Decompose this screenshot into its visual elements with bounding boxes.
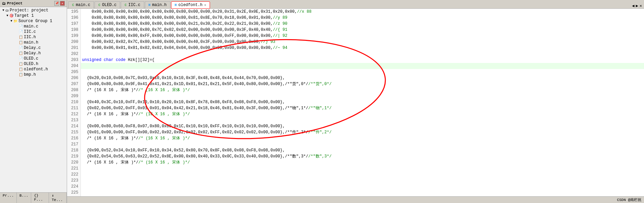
tree-file-OLED_c[interactable]: 📄OLED.c — [0, 56, 67, 61]
tree-area: ▼ 🗂 Project: project ▼ 🎯 Target 1 ▼ 📁 So… — [0, 7, 67, 192]
table-row: 222 — [67, 172, 644, 178]
line-code[interactable]: {0x20,0x10,0x08,0x7C,0x03,0x10,0x10,0x10… — [80, 75, 644, 81]
tree-file-oledfont_h[interactable]: 📋oledfont.h — [0, 67, 67, 72]
project-close-btn[interactable]: ✕ — [60, 1, 65, 6]
tab-oledfont_h[interactable]: Holedfont.h✕ — [171, 1, 210, 9]
line-code[interactable] — [80, 196, 644, 196]
line-number: 218 — [67, 147, 80, 153]
table-row: 217 — [67, 141, 644, 147]
line-code[interactable] — [80, 69, 644, 75]
project-name: Project: project — [10, 8, 48, 13]
code-area[interactable]: 195 0x00,0x80,0x00,0x80,0x00,0x80,0x80,0… — [67, 9, 644, 196]
tab-label: main.c — [76, 3, 90, 7]
table-row: 199 0x00,0x00,0x00,0x00,0xFF,0x00,0x00,0… — [67, 33, 644, 39]
file-name: Delay.c — [24, 46, 41, 50]
file-name: IIC.c — [24, 29, 36, 34]
line-code[interactable] — [80, 184, 644, 190]
tree-file-IIC_c[interactable]: 📄IIC.c — [0, 29, 67, 35]
main-container: 🗂 Project 📌 ✕ ▼ 🗂 Project: project ▼ 🎯 T… — [0, 0, 644, 203]
line-code[interactable]: {0x00,0x80,0x80,0x9F,0x41,0x41,0x21,0x1D… — [80, 81, 644, 87]
tree-target[interactable]: ▼ 🎯 Target 1 — [0, 13, 67, 18]
table-row: 210 {0x40,0x3C,0x10,0xFF,0x10,0x10,0x20,… — [67, 99, 644, 105]
line-code[interactable] — [80, 165, 644, 172]
line-code[interactable] — [80, 51, 644, 57]
line-code[interactable]: 0x00,0x00,0x00,0x00,0xFF,0x00,0x00,0x00,… — [80, 33, 644, 39]
line-code[interactable]: {0x90,0x52,0x34,0x10,0xFF,0x10,0x34,0x52… — [80, 147, 644, 153]
tree-file-main_c[interactable]: 📄main.c — [0, 24, 67, 29]
tree-source-group[interactable]: ▼ 📁 Source Group 1 — [0, 18, 67, 24]
tab-close-all[interactable]: ✕ — [640, 3, 642, 8]
tab-file-icon: C — [98, 3, 100, 7]
tab-main_h[interactable]: Hmain.h — [145, 1, 170, 8]
line-code[interactable]: /* (16 X 16 , 宋体 )*//* (16 X 16 , 宋体 )*/ — [80, 135, 644, 141]
tab-scroll-right[interactable]: ▶ — [636, 3, 638, 8]
line-code[interactable]: unsigned char code Hzk[][32]={ — [80, 57, 644, 63]
table-row: 206 {0x20,0x10,0x08,0x7C,0x03,0x10,0x10,… — [67, 75, 644, 81]
line-code[interactable]: /* (16 X 16 , 宋体 )*//* (16 X 16 , 宋体 )*/ — [80, 159, 644, 165]
tree-file-bmp_h[interactable]: 📋bmp.h — [0, 72, 67, 77]
right-panel: Cmain.cCOLED.cCIIC.cHmain.hHoledfont.h✕ … — [67, 0, 644, 203]
table-row: 226 — [67, 196, 644, 196]
table-row: 211 {0x02,0x06,0x02,0xFF,0x01,0x01,0x04,… — [67, 105, 644, 111]
line-code[interactable] — [80, 117, 644, 123]
tab-file-icon: C — [124, 3, 126, 7]
line-code[interactable] — [80, 190, 644, 196]
line-number: 215 — [67, 129, 80, 135]
project-pin-btn[interactable]: 📌 — [54, 1, 59, 6]
bottom-tab-books[interactable]: B... — [17, 193, 31, 203]
table-row: 202 — [67, 51, 644, 57]
tree-file-OLED_h[interactable]: 📋OLED.h — [0, 61, 67, 67]
tree-file-main_h[interactable]: 📋main.h — [0, 40, 67, 45]
line-code[interactable]: 0x80,0x80,0x80,0x80,0x00,0x80,0x80,0x80,… — [80, 15, 644, 21]
line-code[interactable] — [80, 141, 644, 147]
line-number: 204 — [67, 63, 80, 69]
line-number: 202 — [67, 51, 80, 57]
line-code[interactable]: {0x01,0x00,0x00,0xFF,0x00,0x02,0x02,0x02… — [80, 129, 644, 135]
file-name: main.c — [24, 24, 38, 29]
tab-iic_c[interactable]: CIIC.c — [121, 1, 144, 8]
bottom-tab-project[interactable]: Pr... — [0, 193, 17, 203]
expand-icon-source: ▼ — [9, 19, 13, 23]
tree-file-Delay_h[interactable]: 📋Delay.h — [0, 51, 67, 56]
code-wrapper: 195 0x00,0x80,0x00,0x80,0x00,0x80,0x80,0… — [67, 9, 644, 196]
expand-icon: ▼ — [1, 9, 5, 12]
line-code[interactable]: 0x00,0x06,0x01,0x01,0x02,0x02,0x04,0x04,… — [80, 45, 644, 51]
file-icon: 📋 — [19, 62, 23, 66]
tree-project[interactable]: ▼ 🗂 Project: project — [0, 8, 67, 13]
line-code[interactable] — [80, 178, 644, 184]
line-code[interactable]: 0x00,0x02,0x02,0x7C,0x80,0x00,0x00,0x00,… — [80, 39, 644, 45]
table-row: 195 0x00,0x80,0x00,0x80,0x00,0x80,0x80,0… — [67, 9, 644, 15]
line-number: 224 — [67, 184, 80, 190]
line-code[interactable]: {0x40,0x3C,0x10,0xFF,0x10,0x10,0x20,0x10… — [80, 99, 644, 105]
bottom-tab-templates[interactable]: ⬇ Te... — [49, 193, 67, 203]
line-code[interactable]: {0x02,0x06,0x02,0xFF,0x01,0x01,0x04,0x42… — [80, 105, 644, 111]
line-code[interactable]: 0x00,0x00,0x00,0x00,0x80,0x7C,0x02,0x02,… — [80, 27, 644, 33]
line-code[interactable] — [80, 93, 644, 99]
line-code[interactable] — [80, 172, 644, 178]
tree-file-IIC_h[interactable]: 📋IIC.h — [0, 35, 67, 40]
file-icon: 📋 — [19, 41, 23, 45]
line-code[interactable] — [80, 63, 644, 69]
table-row: 215 {0x01,0x00,0x00,0xFF,0x00,0x02,0x02,… — [67, 129, 644, 135]
tree-file-Delay_c[interactable]: 📄Delay.c — [0, 45, 67, 51]
line-code[interactable]: 0x80,0x80,0x80,0x80,0x80,0x80,0x00,0x00,… — [80, 21, 644, 27]
table-row: 201 0x00,0x06,0x01,0x01,0x02,0x02,0x04,0… — [67, 45, 644, 51]
line-code[interactable]: /* (16 X 16 , 宋体 )*//* (16 X 16 , 宋体 )*/ — [80, 111, 644, 117]
tab-scroll-left[interactable]: ◀ — [632, 3, 634, 8]
status-right-text: CSDN @南栏祝 — [617, 197, 641, 202]
bottom-tabs: Pr... B... {} F... ⬇ Te... — [0, 192, 67, 203]
file-name: main.h — [24, 40, 38, 45]
file-icon: 📋 — [19, 73, 23, 77]
line-code[interactable]: {0x82,0x54,0x56,0x63,0x22,0x52,0x8E,0x00… — [80, 153, 644, 159]
line-code[interactable]: 0x00,0x80,0x00,0x80,0x00,0x80,0x80,0x80,… — [80, 9, 644, 15]
bottom-tab-functions[interactable]: {} F... — [31, 193, 49, 203]
line-code[interactable]: /* (16 X 16 , 宋体 )*//* (16 X 16 , 宋体 )*/ — [80, 87, 644, 93]
expand-icon-target: ▼ — [5, 14, 9, 17]
project-title: Project — [7, 1, 22, 5]
tab-main_c[interactable]: Cmain.c — [68, 1, 94, 8]
file-name: OLED.h — [24, 62, 38, 66]
tab-close-btn[interactable]: ✕ — [204, 3, 206, 7]
tab-oled_c[interactable]: COLED.c — [95, 1, 120, 8]
line-code[interactable]: {0x00,0x80,0x60,0xF8,0x07,0x80,0x60,0x1C… — [80, 123, 644, 129]
line-number: 198 — [67, 27, 80, 33]
